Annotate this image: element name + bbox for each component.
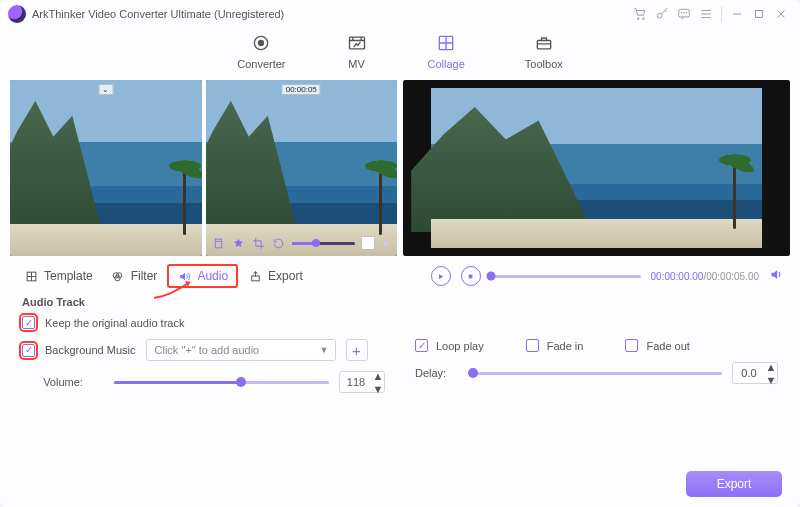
tab-template[interactable]: Template bbox=[16, 266, 101, 286]
star-icon[interactable] bbox=[232, 236, 246, 250]
tab-filter[interactable]: Filter bbox=[103, 266, 166, 286]
keep-original-checkbox[interactable] bbox=[22, 316, 35, 329]
time-total: 00:00:05.00 bbox=[706, 271, 759, 282]
delay-stepper[interactable]: ▲▼ bbox=[765, 361, 777, 386]
preview-player[interactable] bbox=[403, 80, 790, 256]
delay-slider[interactable] bbox=[473, 372, 722, 375]
tab-audio[interactable]: Audio bbox=[167, 264, 238, 288]
svg-rect-19 bbox=[469, 274, 473, 278]
svg-point-6 bbox=[686, 13, 687, 14]
collage-editor: ⌄ 00:00:05 ▼ bbox=[10, 80, 397, 256]
maximize-button[interactable] bbox=[748, 3, 770, 25]
svg-rect-13 bbox=[215, 239, 222, 248]
loop-label: Loop play bbox=[436, 340, 484, 352]
delay-label: Delay: bbox=[415, 367, 463, 379]
tab-label: Template bbox=[44, 269, 93, 283]
tab-label: Export bbox=[268, 269, 303, 283]
minimize-button[interactable] bbox=[726, 3, 748, 25]
volume-value[interactable]: 118 ▲▼ bbox=[339, 371, 385, 393]
crop-icon[interactable] bbox=[252, 236, 266, 250]
nav-label: MV bbox=[348, 58, 365, 70]
bg-music-dropdown[interactable]: Click "+" to add audio ▼ bbox=[146, 339, 336, 361]
nav-converter[interactable]: Converter bbox=[237, 32, 285, 70]
nav-label: Toolbox bbox=[525, 58, 563, 70]
title-bar: ArkThinker Video Converter Ultimate (Unr… bbox=[0, 0, 800, 28]
audio-heading: Audio Track bbox=[22, 296, 778, 308]
playback-slider[interactable] bbox=[491, 275, 641, 278]
stop-button[interactable] bbox=[461, 266, 481, 286]
collage-cell-1[interactable]: ⌄ bbox=[10, 80, 202, 256]
audio-icon bbox=[177, 269, 191, 283]
tab-label: Filter bbox=[131, 269, 158, 283]
preview-area: ⌄ 00:00:05 ▼ bbox=[0, 80, 800, 256]
close-button[interactable] bbox=[770, 3, 792, 25]
loop-checkbox[interactable] bbox=[415, 339, 428, 352]
export-button[interactable]: Export bbox=[686, 471, 782, 497]
time-current: 00:00:00.00 bbox=[651, 271, 704, 282]
nav-collage[interactable]: Collage bbox=[428, 32, 465, 70]
nav-mv[interactable]: MV bbox=[346, 32, 368, 70]
volume-slider[interactable] bbox=[114, 381, 329, 384]
bg-music-label: Background Music bbox=[45, 344, 136, 356]
delay-value[interactable]: 0.0 ▲▼ bbox=[732, 362, 778, 384]
playback-time: 00:00:00.00/00:00:05.00 bbox=[651, 271, 759, 282]
volume-icon[interactable] bbox=[769, 267, 784, 285]
export-icon bbox=[248, 269, 262, 283]
playback-controls: 00:00:00.00/00:00:05.00 bbox=[431, 266, 784, 286]
cart-icon[interactable] bbox=[629, 3, 651, 25]
timestamp-marker: 00:00:05 bbox=[282, 84, 321, 95]
add-audio-button[interactable]: + bbox=[346, 339, 368, 361]
bg-music-checkbox[interactable] bbox=[22, 344, 35, 357]
toolbox-icon bbox=[533, 32, 555, 54]
nav-label: Converter bbox=[237, 58, 285, 70]
svg-rect-12 bbox=[537, 41, 550, 49]
svg-rect-10 bbox=[349, 37, 364, 49]
svg-rect-7 bbox=[756, 11, 763, 18]
svg-point-0 bbox=[637, 18, 639, 20]
svg-point-9 bbox=[259, 41, 264, 46]
key-icon[interactable] bbox=[651, 3, 673, 25]
fadein-checkbox[interactable] bbox=[526, 339, 539, 352]
collage-icon bbox=[435, 32, 457, 54]
chevron-down-icon[interactable]: ▼ bbox=[381, 238, 391, 249]
play-button[interactable] bbox=[431, 266, 451, 286]
fadeout-checkbox[interactable] bbox=[625, 339, 638, 352]
main-nav: Converter MV Collage Toolbox bbox=[0, 28, 800, 80]
svg-rect-18 bbox=[251, 275, 259, 280]
delay-number: 0.0 bbox=[733, 367, 765, 379]
template-icon bbox=[24, 269, 38, 283]
bg-music-placeholder: Click "+" to add audio bbox=[155, 344, 260, 356]
feedback-icon[interactable] bbox=[673, 3, 695, 25]
svg-point-5 bbox=[684, 13, 685, 14]
rotate-icon[interactable] bbox=[272, 236, 286, 250]
svg-point-1 bbox=[643, 18, 645, 20]
app-window: ArkThinker Video Converter Ultimate (Unr… bbox=[0, 0, 800, 507]
menu-icon[interactable] bbox=[695, 3, 717, 25]
chevron-down-icon: ▼ bbox=[320, 345, 329, 355]
tab-export[interactable]: Export bbox=[240, 266, 311, 286]
nav-label: Collage bbox=[428, 58, 465, 70]
audio-panel: Audio Track Keep the original audio trac… bbox=[0, 292, 800, 393]
filter-icon bbox=[111, 269, 125, 283]
divider bbox=[721, 6, 722, 22]
footer: Export bbox=[686, 471, 782, 497]
svg-point-2 bbox=[657, 13, 662, 18]
volume-number: 118 bbox=[340, 376, 372, 388]
nav-toolbox[interactable]: Toolbox bbox=[525, 32, 563, 70]
volume-stepper[interactable]: ▲▼ bbox=[372, 370, 384, 395]
clip-edit-toolbar: ▼ bbox=[212, 236, 392, 250]
fadein-label: Fade in bbox=[547, 340, 584, 352]
options-tabs: Template Filter Audio Export 00:00:00.00… bbox=[0, 256, 800, 292]
volume-label: Volume: bbox=[22, 376, 104, 388]
collage-cell-2-selected[interactable]: 00:00:05 ▼ bbox=[206, 80, 398, 256]
color-swatch[interactable] bbox=[361, 236, 375, 250]
window-title: ArkThinker Video Converter Ultimate (Unr… bbox=[32, 8, 284, 20]
clip-slider[interactable] bbox=[292, 242, 356, 245]
svg-point-4 bbox=[681, 13, 682, 14]
mv-icon bbox=[346, 32, 368, 54]
tab-label: Audio bbox=[197, 269, 228, 283]
converter-icon bbox=[250, 32, 272, 54]
keep-original-label: Keep the original audio track bbox=[45, 317, 184, 329]
edit-icon[interactable] bbox=[212, 236, 226, 250]
fadeout-label: Fade out bbox=[646, 340, 689, 352]
